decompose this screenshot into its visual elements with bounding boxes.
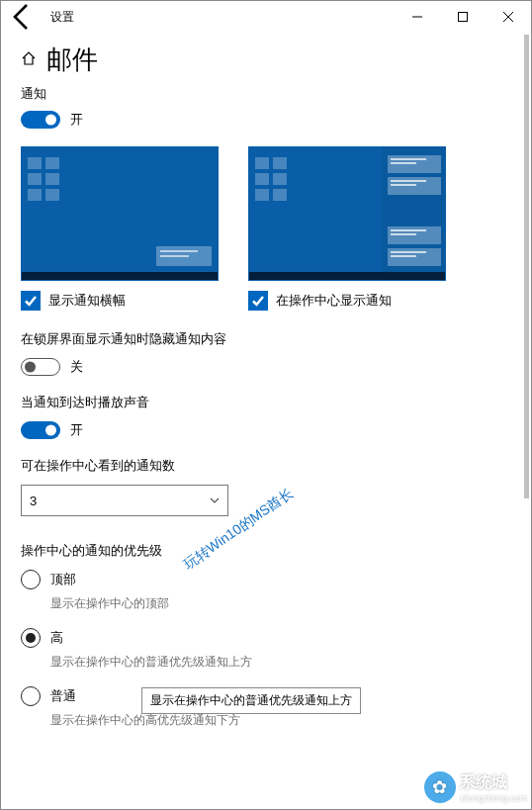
priority-title: 操作中心的通知的优先级	[21, 542, 511, 560]
page-title: 邮件	[46, 43, 98, 77]
toggle-state-label: 开	[70, 421, 83, 439]
minimize-button[interactable]	[395, 1, 440, 33]
back-button[interactable]	[7, 1, 39, 33]
show-banner-label: 显示通知横幅	[48, 292, 126, 310]
visible-count-title: 可在操作中心看到的通知数	[21, 457, 511, 475]
lockscreen-hide-toggle[interactable]: 关	[21, 358, 511, 376]
gear-icon: ✿	[424, 771, 456, 803]
notifications-label: 通知	[21, 85, 511, 103]
priority-radio-high[interactable]: 高	[21, 628, 511, 648]
show-action-center-label: 在操作中心显示通知	[276, 292, 392, 310]
maximize-button[interactable]	[440, 1, 486, 33]
show-banner-checkbox[interactable]	[21, 291, 41, 311]
radio-label: 高	[50, 629, 63, 647]
close-button[interactable]	[486, 1, 531, 33]
toggle-switch-icon	[21, 111, 60, 129]
site-url: xitongcheng.com	[460, 793, 527, 803]
priority-radio-top[interactable]: 顶部	[21, 570, 511, 589]
site-watermark: ✿ 系统城 xitongcheng.com	[424, 771, 527, 803]
toggle-state-label: 开	[70, 111, 83, 129]
toggle-switch-icon	[21, 358, 60, 376]
preview-action-center[interactable]	[248, 146, 446, 281]
chevron-down-icon	[210, 494, 220, 508]
toggle-state-label: 关	[70, 358, 83, 376]
sound-title: 当通知到达时播放声音	[21, 394, 511, 411]
window-title: 设置	[50, 9, 74, 26]
radio-desc: 显示在操作中心的普通优先级通知上方	[50, 654, 511, 671]
svg-rect-1	[459, 13, 468, 22]
visible-count-dropdown[interactable]: 3	[21, 485, 228, 516]
site-name: 系统城	[460, 772, 527, 793]
home-icon[interactable]	[21, 50, 37, 69]
tooltip: 显示在操作中心的普通优先级通知上方	[141, 687, 361, 714]
radio-desc: 显示在操作中心的顶部	[50, 595, 511, 612]
scrollbar[interactable]	[524, 35, 529, 807]
radio-label: 普通	[50, 687, 76, 705]
lockscreen-hide-title: 在锁屏界面显示通知时隐藏通知内容	[21, 330, 511, 348]
titlebar: 设置	[1, 1, 531, 33]
notifications-toggle[interactable]: 开	[21, 111, 511, 129]
dropdown-value: 3	[30, 494, 37, 508]
radio-label: 顶部	[50, 571, 76, 588]
toggle-switch-icon	[21, 421, 60, 439]
sound-toggle[interactable]: 开	[21, 421, 511, 439]
radio-desc: 显示在操作中心的高优先级通知下方	[50, 712, 511, 729]
show-action-center-checkbox[interactable]	[248, 291, 268, 311]
preview-banner[interactable]	[21, 146, 219, 281]
